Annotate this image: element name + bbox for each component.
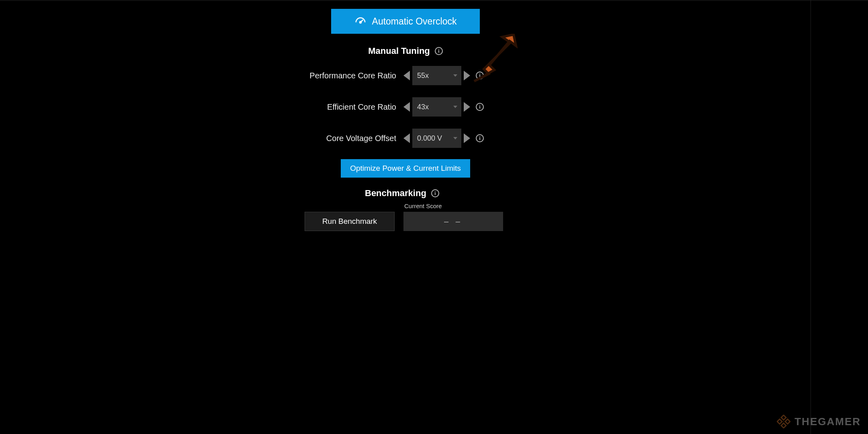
- core-voltage-offset-select[interactable]: 0.000 V: [412, 129, 461, 148]
- svg-point-1: [360, 22, 361, 23]
- efficient-core-ratio-label: Efficient Core Ratio: [0, 102, 403, 112]
- optimize-power-label: Optimize Power & Current Limits: [350, 164, 461, 172]
- gauge-icon: [354, 15, 366, 27]
- watermark: THEGAMER: [777, 415, 861, 428]
- info-icon[interactable]: i: [431, 189, 439, 197]
- efficient-core-ratio-stepper: 43x: [403, 97, 470, 117]
- performance-core-ratio-row: Performance Core Ratio 55x i: [0, 66, 811, 85]
- core-voltage-offset-row: Core Voltage Offset 0.000 V i: [0, 129, 811, 148]
- chevron-right-icon[interactable]: [464, 71, 470, 80]
- svg-rect-5: [777, 419, 782, 424]
- core-voltage-offset-stepper: 0.000 V: [403, 129, 470, 148]
- performance-core-ratio-stepper: 55x: [403, 66, 470, 85]
- efficient-core-ratio-select[interactable]: 43x: [412, 97, 461, 117]
- info-icon[interactable]: i: [435, 47, 443, 55]
- run-benchmark-label: Run Benchmark: [322, 217, 377, 225]
- current-score-value-box: – –: [403, 212, 503, 231]
- benchmark-row: Run Benchmark Current Score – –: [305, 203, 811, 231]
- efficient-core-ratio-row: Efficient Core Ratio 43x i: [0, 97, 811, 117]
- chevron-left-icon[interactable]: [403, 102, 410, 112]
- optimize-power-button[interactable]: Optimize Power & Current Limits: [341, 159, 470, 178]
- chevron-down-icon: [453, 74, 457, 77]
- performance-core-ratio-value: 55x: [417, 72, 429, 80]
- automatic-overclock-label: Automatic Overclock: [372, 16, 457, 27]
- current-score-label: Current Score: [404, 203, 503, 209]
- watermark-text: THEGAMER: [794, 416, 861, 428]
- core-voltage-offset-label: Core Voltage Offset: [0, 134, 403, 143]
- benchmarking-header: Benchmarking i: [365, 188, 811, 199]
- chevron-down-icon: [453, 106, 457, 108]
- performance-core-ratio-label: Performance Core Ratio: [0, 71, 403, 80]
- right-divider: [811, 0, 811, 434]
- overclock-panel: Automatic Overclock Manual Tuning i Perf…: [0, 0, 811, 231]
- efficient-core-ratio-value: 43x: [417, 103, 429, 111]
- chevron-right-icon[interactable]: [464, 133, 470, 143]
- svg-rect-6: [785, 419, 790, 424]
- run-benchmark-button[interactable]: Run Benchmark: [305, 212, 395, 231]
- info-icon[interactable]: i: [476, 103, 484, 111]
- manual-tuning-title: Manual Tuning: [368, 46, 430, 56]
- chevron-right-icon[interactable]: [464, 102, 470, 112]
- current-score-value: – –: [444, 217, 463, 226]
- svg-rect-3: [781, 415, 786, 420]
- performance-core-ratio-select[interactable]: 55x: [412, 66, 461, 85]
- current-score-field: Current Score – –: [403, 203, 503, 231]
- core-voltage-offset-value: 0.000 V: [417, 134, 442, 143]
- benchmarking-title: Benchmarking: [365, 188, 426, 199]
- svg-rect-4: [781, 423, 786, 428]
- chevron-left-icon[interactable]: [403, 71, 410, 80]
- chevron-down-icon: [453, 137, 457, 139]
- manual-tuning-controls: Performance Core Ratio 55x i Efficient C…: [0, 66, 811, 148]
- info-icon[interactable]: i: [476, 72, 484, 80]
- watermark-logo-icon: [777, 415, 790, 428]
- chevron-left-icon[interactable]: [403, 133, 410, 143]
- automatic-overclock-button[interactable]: Automatic Overclock: [331, 9, 480, 34]
- info-icon[interactable]: i: [476, 134, 484, 142]
